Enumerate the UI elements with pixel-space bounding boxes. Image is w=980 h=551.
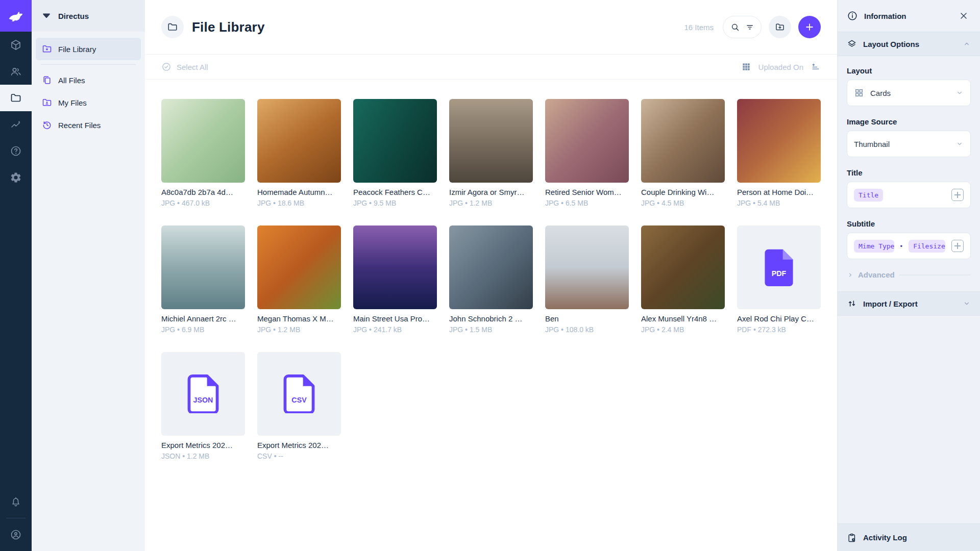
accordion-label: Layout Options [863, 40, 957, 48]
file-card[interactable]: PDF Axel Rod Chi Play C… PDF • 272.3 kB [737, 226, 821, 334]
file-card-thumbnail[interactable] [161, 226, 245, 309]
file-card-thumbnail[interactable]: CSV [257, 352, 341, 436]
rail-item-content[interactable] [0, 32, 32, 58]
advanced-toggle[interactable]: Advanced [847, 270, 971, 279]
file-card-meta: JPG • 6.5 MB [545, 199, 629, 207]
file-card-title: Export Metrics 202… [257, 441, 341, 449]
file-card-thumbnail[interactable] [353, 99, 437, 183]
sidebar-item-label: Recent Files [58, 121, 101, 130]
file-card-thumbnail[interactable] [257, 99, 341, 183]
file-card-title: John Schnobrich 2 … [449, 314, 533, 323]
rail-item-insights[interactable] [0, 111, 32, 138]
subtitle-template-input[interactable]: Mime Type • Filesize [847, 233, 971, 259]
file-card-thumbnail[interactable] [449, 226, 533, 309]
rail-item-account[interactable] [0, 521, 32, 548]
info-panel: Information Layout Options Layout Cards … [837, 0, 980, 551]
file-card-meta: JPG • 467.0 kB [161, 199, 245, 207]
field-chip-title[interactable]: Title [854, 189, 883, 202]
pdf-file-icon: PDF [763, 248, 795, 287]
file-card-title: Alex Munsell Yr4n8 … [641, 314, 725, 323]
sort-field-label[interactable]: Uploaded On [758, 63, 803, 71]
close-panel-button[interactable] [957, 9, 971, 23]
file-card-thumbnail[interactable] [737, 99, 821, 183]
rail-item-users[interactable] [0, 58, 32, 85]
file-card-thumbnail[interactable] [641, 226, 725, 309]
sidebar-item-recent-files[interactable]: Recent Files [36, 114, 141, 136]
main-content: File Library 16 Items Select All [145, 0, 837, 551]
file-card-meta: JPG • 9.5 MB [353, 199, 437, 207]
project-switcher[interactable]: Directus [32, 0, 145, 32]
file-card[interactable]: Ben JPG • 108.0 kB [545, 226, 629, 334]
list-toolbar: Select All Uploaded On [145, 55, 837, 80]
file-card-title: Homemade Autumn… [257, 188, 341, 196]
activity-log-button[interactable]: Activity Log [838, 523, 980, 551]
file-card-thumbnail[interactable] [257, 226, 341, 309]
file-card-thumbnail[interactable] [161, 99, 245, 183]
field-label: Layout [847, 66, 971, 75]
page-title-folder-button[interactable] [161, 16, 184, 38]
file-card-thumbnail[interactable]: PDF [737, 226, 821, 309]
sidebar-item-all-files[interactable]: All Files [36, 69, 141, 91]
main-header: File Library 16 Items [145, 0, 837, 55]
search-filter-pill[interactable] [723, 16, 762, 38]
layout-select-value: Cards [870, 89, 949, 97]
json-file-icon: JSON [187, 374, 219, 413]
layout-select[interactable]: Cards [847, 80, 971, 106]
file-card-thumbnail[interactable] [449, 99, 533, 183]
file-card[interactable]: CSV Export Metrics 202… CSV • -- [257, 352, 341, 460]
file-card[interactable]: Megan Thomas X M… JPG • 1.2 MB [257, 226, 341, 334]
sidebar-item-file-library[interactable]: File Library [36, 38, 141, 60]
file-card[interactable]: Alex Munsell Yr4n8 … JPG • 2.4 MB [641, 226, 725, 334]
add-field-button[interactable] [951, 240, 964, 252]
file-card-title: Michiel Annaert 2rc … [161, 314, 245, 323]
field-chip-mime-type[interactable]: Mime Type [854, 240, 894, 253]
file-card-thumbnail[interactable] [353, 226, 437, 309]
file-card-thumbnail[interactable] [545, 99, 629, 183]
file-card[interactable]: JSON Export Metrics 202… JSON • 1.2 MB [161, 352, 245, 460]
file-card[interactable]: Couple Drinking Wi… JPG • 4.5 MB [641, 99, 725, 207]
folder-icon [10, 92, 22, 104]
user-circle-icon [10, 529, 22, 541]
add-field-button[interactable] [951, 189, 964, 201]
file-card[interactable]: Person at Home Doi… JPG • 5.4 MB [737, 99, 821, 207]
help-icon [10, 145, 22, 157]
rail-item-settings[interactable] [0, 164, 32, 191]
title-template-input[interactable]: Title [847, 182, 971, 208]
file-card[interactable]: Michiel Annaert 2rc … JPG • 6.9 MB [161, 226, 245, 334]
sidebar-item-label: My Files [58, 98, 87, 107]
sort-direction-icon[interactable] [811, 62, 821, 72]
file-card[interactable]: Izmir Agora or Smyr… JPG • 1.2 MB [449, 99, 533, 207]
layout-options-accordion[interactable]: Layout Options [838, 32, 980, 56]
image-source-select[interactable]: Thumbnail [847, 131, 971, 157]
field-label: Subtitle [847, 219, 971, 228]
rail-item-help[interactable] [0, 138, 32, 164]
grid-2x2-icon [854, 88, 864, 98]
rail-item-notifications[interactable] [0, 488, 32, 515]
plus-icon [804, 22, 815, 32]
search-icon [730, 22, 740, 32]
grid-view-icon[interactable] [741, 62, 751, 72]
svg-text:JSON: JSON [193, 396, 213, 404]
directus-logo[interactable] [0, 0, 32, 32]
add-file-button[interactable] [798, 16, 821, 38]
import-export-accordion[interactable]: Import / Export [838, 291, 980, 316]
file-card-thumbnail[interactable]: JSON [161, 352, 245, 436]
select-all-button[interactable]: Select All [161, 62, 208, 72]
image-source-field: Image Source Thumbnail [847, 117, 971, 157]
copy-icon [42, 75, 52, 85]
file-card[interactable]: Retired Senior Wom… JPG • 6.5 MB [545, 99, 629, 207]
new-folder-button[interactable] [769, 16, 791, 38]
file-card[interactable]: Peacock Feathers C… JPG • 9.5 MB [353, 99, 437, 207]
file-card[interactable]: Homemade Autumn… JPG • 18.6 MB [257, 99, 341, 207]
file-card[interactable]: A8c0a7db 2b7a 4d… JPG • 467.0 kB [161, 99, 245, 207]
file-card-title: A8c0a7db 2b7a 4d… [161, 188, 245, 196]
rail-item-files[interactable] [0, 85, 32, 111]
sidebar-item-my-files[interactable]: My Files [36, 91, 141, 114]
file-card[interactable]: John Schnobrich 2 … JPG • 1.5 MB [449, 226, 533, 334]
field-chip-filesize[interactable]: Filesize [909, 240, 945, 253]
file-card-thumbnail[interactable] [641, 99, 725, 183]
file-card-thumbnail[interactable] [545, 226, 629, 309]
file-grid-scroll-area[interactable]: A8c0a7db 2b7a 4d… JPG • 467.0 kB Homemad… [145, 80, 837, 551]
advanced-label: Advanced [858, 270, 895, 279]
file-card[interactable]: Main Street Usa Pro… JPG • 241.7 kB [353, 226, 437, 334]
